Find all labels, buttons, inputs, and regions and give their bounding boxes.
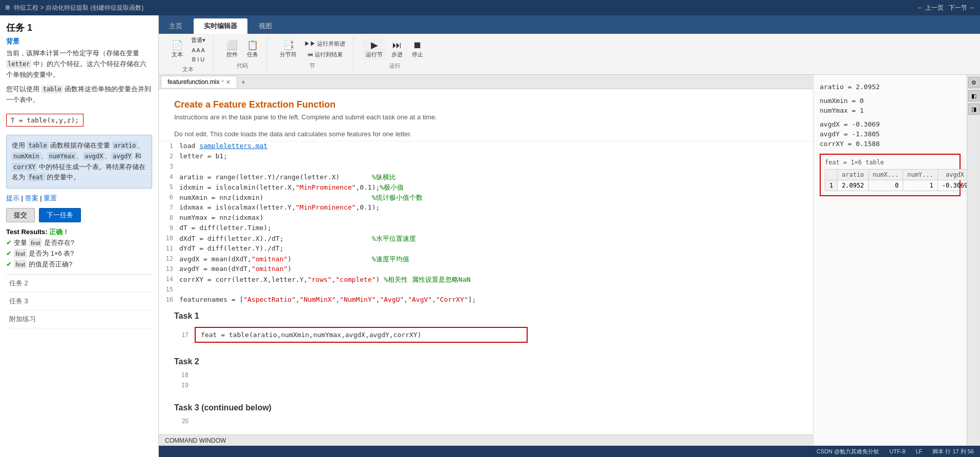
task1-code-input[interactable]: feat = table(aratio,numXmin,numYmax,avgd…: [195, 327, 528, 343]
var-avgdx: avgdX: [83, 152, 105, 160]
task3-nav[interactable]: 任务 3: [6, 293, 152, 310]
line-content-11: dYdT = diff(letter.Y)./dT;: [179, 244, 813, 252]
titlebar: ≡ 特征工程 > 自动化特征提取 (创建特征提取函数) ← 上一页 下一节 →: [0, 0, 980, 15]
separator-btn[interactable]: 📑 分节符: [277, 39, 300, 60]
add-tab-btn[interactable]: +: [237, 76, 249, 88]
line-content-1: load sampleletters.mat: [179, 142, 813, 150]
format-btn-3[interactable]: B I U: [189, 55, 208, 64]
line-content-14: corrXY = corr(letter.X,letter.Y,"rows","…: [179, 275, 813, 284]
line-num-9: 9: [159, 224, 179, 232]
line-end-status: LF: [915, 448, 922, 454]
submit-button[interactable]: 提交: [6, 208, 35, 222]
feat-row-index: 1: [825, 180, 838, 191]
task2-line-18: 18: [174, 370, 798, 381]
task2-line-19: 19: [174, 381, 798, 391]
var-numxmin: numXmin = 0: [820, 97, 961, 105]
var-aratio: aratio: [112, 141, 137, 150]
toolbar-text-group: 📄 文本 普通▾ A A A B I U: [168, 35, 208, 64]
task1-line-num: 17: [174, 331, 195, 339]
status-bar: CSDN @勉力其难免分钦 UTF-8 LF 脚本 行 17 列 56: [159, 446, 980, 457]
command-window-bar[interactable]: COMMAND WINDOW: [159, 434, 813, 446]
next-button[interactable]: 下一节 →: [949, 4, 975, 12]
code-line: 6 numXmin = nnz(idxmin) %统计极小值个数: [159, 193, 813, 203]
separator-icon: 📑: [283, 40, 294, 50]
editor-body[interactable]: Create a Feature Extraction Function Ins…: [159, 89, 813, 434]
task-title: 任务 1: [6, 22, 152, 34]
settings-icon-btn[interactable]: ⚙: [968, 77, 979, 88]
stop-btn[interactable]: ⏹ 停止: [408, 39, 427, 60]
sampleletters-link[interactable]: sampleletters.mat: [199, 142, 267, 150]
feat-cell-aratio: 2.0952: [838, 180, 868, 191]
panel-icon-btn-2[interactable]: ◨: [968, 103, 979, 115]
hint-link[interactable]: 提示: [6, 194, 19, 202]
line-num-2: 2: [159, 152, 179, 160]
tab-home[interactable]: 主页: [159, 18, 193, 34]
line-content-4: aratio = range(letter.Y)/range(letter.X)…: [179, 173, 813, 182]
button-row: 提示 | 答案 | 重置: [6, 194, 152, 203]
var-corrxy: corrXY: [12, 163, 37, 171]
reset-link[interactable]: 重置: [44, 194, 57, 202]
task1-line: 17 feat = table(aratio,numXmin,numYmax,a…: [174, 325, 798, 345]
var-section-speeds: avgdX = -0.3069 avgdY = -1.3805 corrXY =…: [820, 120, 961, 148]
code-line: 7 idxmax = islocalmax(letter.Y,"MinPromi…: [159, 203, 813, 213]
stop-icon: ⏹: [413, 40, 422, 50]
feat-table: aratio numX... numY... avgdX avgdY corrX…: [825, 169, 967, 191]
var-corrxy: corrXY = 0.1588: [820, 140, 961, 148]
line-num-7: 7: [159, 203, 179, 211]
code-line: 16 featurenames = ["AspectRatio","NumMin…: [159, 295, 813, 305]
file-tab-name: featurefunction.mlx: [168, 78, 219, 86]
text-btn[interactable]: 📄 文本: [168, 39, 186, 60]
answer-link[interactable]: 答案: [25, 194, 38, 202]
check-item-3: ✔feat 的值是否正确?: [6, 260, 152, 269]
feat-table-box: feat = 1×6 table aratio numX... numY... …: [820, 154, 961, 196]
format-btn-1[interactable]: 普通▾: [189, 35, 208, 45]
var-avgdx: avgdX = -0.3069: [820, 120, 961, 128]
left-pane: 任务 1 背景 当前，该脚本计算一个给定字母（存储在变量 letter 中）的六…: [0, 15, 159, 457]
code-line: 13 avgdY = mean(dYdT,"omitnan"): [159, 264, 813, 275]
extra-nav[interactable]: 附加练习: [6, 310, 152, 328]
line-content-18: [195, 371, 798, 379]
titlebar-left: ≡ 特征工程 > 自动化特征提取 (创建特征提取函数): [5, 3, 143, 12]
code-line: 10 dXdT = diff(letter.X)./dT; %水平位置速度: [159, 234, 813, 244]
code-area[interactable]: 1 load sampleletters.mat 2 letter = b1; …: [159, 141, 813, 305]
control-icon: ⬜: [226, 40, 238, 50]
tab-live-editor[interactable]: 实时编辑器: [194, 18, 247, 34]
code-line: 4 aratio = range(letter.Y)/range(letter.…: [159, 172, 813, 182]
toolbar: 📄 文本 普通▾ A A A B I U 文本 ⬜ 控件: [159, 34, 980, 75]
toolbar-run-section: ▶ 运行节 ⏭ 步进 ⏹ 停止 运行: [358, 36, 432, 72]
run-end-btn[interactable]: ⏮ 运行到结束: [302, 50, 348, 59]
next-task-button[interactable]: 下一任务: [39, 208, 81, 222]
check-item-1: ✔变量 feat 是否存在?: [6, 238, 152, 247]
prev-button[interactable]: ← 上一页: [917, 4, 943, 12]
tab-view[interactable]: 视图: [248, 18, 282, 34]
code-line: 14 corrXY = corr(letter.X,letter.Y,"rows…: [159, 275, 813, 285]
feat-col-numx: numX...: [868, 170, 903, 180]
var-avgdy: avgdY: [111, 152, 133, 160]
line-content-10: dXdT = diff(letter.X)./dT; %水平位置速度: [179, 234, 813, 243]
toolbar-node-section: 📑 分节符 ▶▶ 运行并前进 ⏮ 运行到结束 节: [272, 36, 353, 72]
var-numymax: numYmax = 1: [820, 107, 961, 114]
task2-nav[interactable]: 任务 2: [6, 275, 152, 293]
panel-icon-btn-1[interactable]: ◧: [968, 90, 979, 101]
editor-subtitle: Instructions are in the task pane to the…: [174, 113, 798, 121]
control-btn[interactable]: ⬜ 控件: [223, 39, 241, 60]
step-btn[interactable]: ⏭ 步进: [388, 39, 406, 60]
file-tab[interactable]: featurefunction.mlx * ✕: [161, 76, 237, 88]
test-results-status: 正确！: [49, 228, 69, 236]
task2-section: Task 2 18 19: [159, 351, 813, 397]
line-content-13: avgdY = mean(dYdT,"omitnan"): [179, 265, 813, 273]
run-section-btn[interactable]: ▶ 运行节: [363, 39, 386, 60]
task-btn[interactable]: 📋 任务: [243, 39, 262, 60]
format-btn-2[interactable]: A A A: [189, 46, 208, 54]
code-line: 2 letter = b1;: [159, 152, 813, 162]
run-advance-btn[interactable]: ▶▶ 运行并前进: [302, 39, 348, 49]
editor-title: Create a Feature Extraction Function: [174, 99, 798, 110]
var-feat: feat: [27, 173, 45, 181]
menu-icon[interactable]: ≡: [5, 3, 10, 12]
text-label: 文本: [172, 51, 183, 58]
line-num-16: 16: [159, 296, 179, 303]
file-tab-close[interactable]: ✕: [226, 79, 231, 86]
node-section-label: 节: [309, 62, 315, 70]
table-desc: 您可以使用 table 函数将这些单独的变量合并到一个表中。: [6, 84, 152, 106]
line-content-5: idxmin = islocalmin(letter.X,"MinPromine…: [179, 183, 813, 192]
